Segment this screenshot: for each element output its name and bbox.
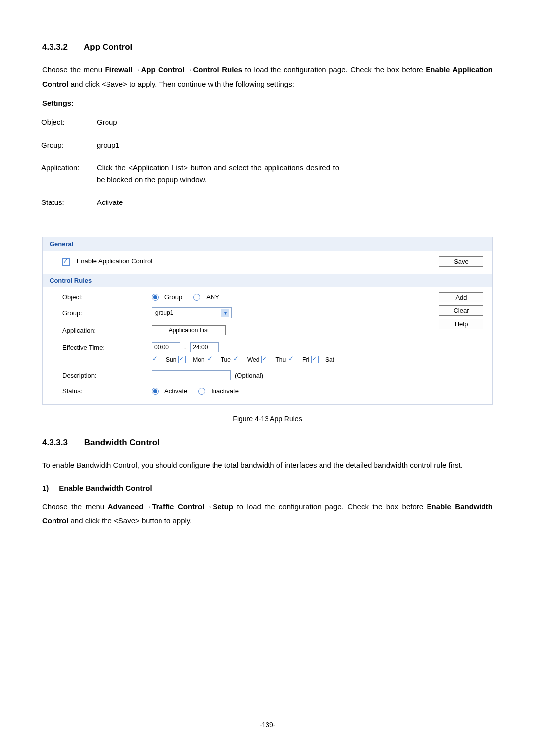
page-number: -139- <box>0 721 535 729</box>
save-button[interactable]: Save <box>439 256 483 267</box>
add-button[interactable]: Add <box>439 292 483 302</box>
status-inactivate-label: Inactivate <box>211 387 239 395</box>
control-rules-body: Add Clear Help Object: Group ANY Group: <box>43 287 492 404</box>
day-thu-label: Thu <box>275 356 286 363</box>
section2-sub-heading: 1) Enable Bandwidth Control <box>42 484 493 492</box>
day-sat-checkbox[interactable] <box>311 356 319 363</box>
settings-application-value: Click the <Application List> button and … <box>97 162 344 197</box>
effective-time-label: Effective Time: <box>62 344 152 351</box>
settings-status-label: Status: <box>41 197 97 219</box>
status-label: Status: <box>62 387 152 395</box>
object-label: Object: <box>62 293 152 301</box>
section-title: App Control <box>84 42 132 51</box>
object-radio-any[interactable] <box>193 294 200 301</box>
status-activate-label: Activate <box>164 387 187 395</box>
config-panel: General Enable Application Control Save … <box>42 237 493 405</box>
application-label: Application: <box>62 327 152 334</box>
section2-para: Choose the menu Advanced→Traffic Control… <box>42 500 493 528</box>
section-heading-bandwidth: 4.3.3.3 Bandwidth Control <box>42 438 493 448</box>
chevron-down-icon: ▾ <box>221 309 229 317</box>
general-body: Enable Application Control Save <box>43 251 492 274</box>
day-thu-checkbox[interactable] <box>261 356 268 363</box>
settings-object-value: Group <box>97 116 344 139</box>
section-heading-app-control: 4.3.3.2 App Control <box>42 42 493 52</box>
time-to-input[interactable]: 24:00 <box>190 342 219 352</box>
enable-app-control-label: Enable Application Control <box>77 257 153 265</box>
group-label: Group: <box>62 309 152 317</box>
section-number: 4.3.3.2 <box>42 42 68 52</box>
day-sat-label: Sat <box>325 356 334 363</box>
status-radio-inactivate[interactable] <box>198 388 205 395</box>
control-rules-header: Control Rules <box>43 274 492 287</box>
enable-app-control-row: Enable Application Control <box>62 257 152 265</box>
day-mon-checkbox[interactable] <box>178 356 186 363</box>
time-dash: - <box>184 344 186 351</box>
description-label: Description: <box>62 372 152 379</box>
group-select[interactable]: group1 ▾ <box>152 307 232 318</box>
status-radio-activate[interactable] <box>152 388 159 395</box>
day-fri-checkbox[interactable] <box>288 356 295 363</box>
section2-sub-number: 1) <box>42 484 57 492</box>
group-select-value: group1 <box>155 309 173 316</box>
settings-heading: Settings: <box>42 99 493 107</box>
section2-title: Bandwidth Control <box>84 438 160 447</box>
clear-button[interactable]: Clear <box>439 305 483 316</box>
general-header: General <box>43 237 492 251</box>
settings-table: Object: Group Group: group1 Application:… <box>41 116 344 219</box>
settings-object-label: Object: <box>41 116 97 139</box>
day-fri-label: Fri <box>302 356 309 363</box>
figure-caption: Figure 4-13 App Rules <box>42 415 493 423</box>
section2-number: 4.3.3.3 <box>42 438 68 448</box>
day-wed-label: Wed <box>247 356 259 363</box>
day-sun-checkbox[interactable] <box>152 356 159 363</box>
settings-application-label: Application: <box>41 162 97 197</box>
day-mon-label: Mon <box>193 356 204 363</box>
description-input[interactable] <box>152 370 231 380</box>
settings-group-value: group1 <box>97 139 344 162</box>
application-list-button[interactable]: Application List <box>152 325 226 335</box>
object-radio-group-label: Group <box>164 293 182 301</box>
day-tue-checkbox[interactable] <box>207 356 214 363</box>
days-row: Sun Mon Tue Wed Thu Fri Sat <box>152 356 483 363</box>
side-button-stack: Add Clear Help <box>439 292 483 329</box>
section2-intro: To enable Bandwidth Control, you should … <box>42 458 493 473</box>
settings-status-value: Activate <box>97 197 344 219</box>
settings-group-label: Group: <box>41 139 97 162</box>
object-radio-any-label: ANY <box>206 293 219 301</box>
description-optional: (Optional) <box>235 372 263 379</box>
section1-intro: Choose the menu Firewall→App Control→Con… <box>42 63 493 91</box>
enable-app-control-checkbox[interactable] <box>62 258 70 266</box>
object-radio-group[interactable] <box>152 294 159 301</box>
day-sun-label: Sun <box>166 356 176 363</box>
day-tue-label: Tue <box>221 356 231 363</box>
day-wed-checkbox[interactable] <box>233 356 240 363</box>
time-from-input[interactable]: 00:00 <box>152 342 180 352</box>
section2-sub-title: Enable Bandwidth Control <box>59 484 152 492</box>
help-button[interactable]: Help <box>439 319 483 329</box>
